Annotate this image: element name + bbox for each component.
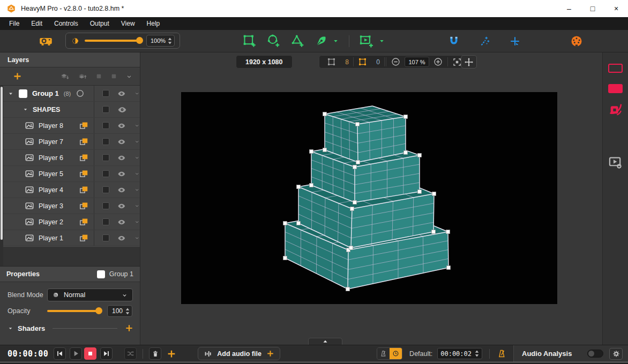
visibility-eye-icon[interactable] (117, 137, 126, 147)
snap-crosshair-icon[interactable] (509, 35, 521, 47)
layer-color-swatch[interactable] (102, 170, 109, 177)
layer-row-player[interactable]: Player 3 (3, 198, 140, 214)
opacity-slider[interactable] (47, 310, 101, 312)
layer-color-swatch[interactable] (102, 202, 109, 209)
menu-view[interactable]: View (115, 17, 141, 30)
chevron-down-icon[interactable] (134, 202, 140, 209)
rect-filled-tool-icon[interactable] (608, 84, 623, 93)
midi-icon[interactable] (570, 35, 583, 48)
zoom-level[interactable]: 107 % (405, 57, 429, 67)
maximize-button[interactable]: □ (581, 0, 604, 17)
add-layer-icon[interactable] (13, 72, 22, 81)
duplicate-icon[interactable] (79, 217, 89, 227)
zoom-in-icon[interactable] (433, 57, 443, 67)
chevron-down-icon[interactable] (125, 73, 133, 80)
shuffle-button[interactable] (124, 347, 137, 360)
visibility-eye-icon[interactable] (117, 89, 126, 98)
output-canvas[interactable] (181, 92, 557, 304)
opacity-value-box[interactable]: 100 (107, 305, 132, 317)
menu-controls[interactable]: Controls (48, 17, 84, 30)
expander-caret-icon[interactable] (8, 90, 14, 97)
window-resize-edge[interactable] (0, 362, 628, 364)
skip-end-button[interactable] (100, 347, 113, 360)
duplicate-icon[interactable] (79, 185, 89, 195)
stepper-arrows-icon[interactable] (475, 350, 479, 357)
layer-color-swatch[interactable] (102, 138, 109, 145)
layer-color-swatch[interactable] (102, 234, 109, 241)
add-sequence-icon[interactable] (167, 349, 176, 359)
pen-tool-icon[interactable] (315, 34, 328, 48)
layer-row-player[interactable]: Player 5 (3, 166, 140, 182)
selection-checkbox[interactable] (97, 270, 105, 278)
add-shader-icon[interactable] (125, 324, 133, 332)
layer-row-player[interactable]: Player 6 (3, 150, 140, 166)
metronome-icon[interactable] (497, 349, 506, 358)
minimize-button[interactable]: – (557, 0, 581, 17)
mapped-shapes-canvas[interactable] (181, 92, 557, 304)
timeline-expand-tab[interactable] (308, 338, 342, 345)
duplicate-icon[interactable] (79, 120, 89, 131)
group-checkbox[interactable] (19, 89, 27, 98)
audio-analysis-toggle[interactable] (587, 350, 603, 358)
layer-row-player[interactable]: Player 8 (3, 118, 140, 134)
delete-audio-button[interactable] (149, 347, 161, 360)
layer-row-shapes[interactable]: SHAPES (3, 102, 140, 118)
duplicate-icon[interactable] (79, 136, 89, 147)
visibility-eye-icon[interactable] (117, 121, 126, 131)
add-circle-icon[interactable] (266, 34, 281, 48)
layer-row-player[interactable]: Player 1 (3, 230, 140, 246)
layer-color-swatch[interactable] (102, 122, 109, 129)
expander-caret-icon[interactable] (23, 107, 28, 112)
tap-tempo-button[interactable] (377, 348, 390, 359)
audio-analysis-settings-button[interactable] (609, 348, 623, 360)
layers-scrollbar-thumb[interactable] (1, 87, 3, 240)
layer-row-group[interactable]: Group 1 (8) (3, 86, 140, 102)
visibility-eye-icon[interactable] (117, 201, 126, 211)
add-audio-file-button[interactable]: Add audio file (198, 347, 280, 360)
stepper-arrows-icon[interactable] (125, 308, 130, 315)
brightness-value-box[interactable]: 100% (146, 35, 175, 47)
clock-mode-button[interactable] (390, 348, 402, 359)
chevron-down-icon[interactable] (134, 186, 140, 193)
layer-row-player[interactable]: Player 2 (3, 214, 140, 230)
duplicate-icon[interactable] (79, 201, 89, 211)
visibility-eye-icon[interactable] (117, 233, 126, 243)
add-player-icon[interactable] (359, 34, 374, 49)
add-triangle-icon[interactable] (290, 34, 305, 48)
layer-color-swatch[interactable] (102, 218, 109, 225)
layers-scrollbar[interactable] (0, 86, 3, 266)
duplicate-icon[interactable] (79, 153, 89, 163)
chevron-down-icon[interactable] (134, 154, 140, 161)
chevron-down-icon[interactable] (134, 138, 140, 145)
pan-tool-button[interactable] (461, 55, 477, 69)
chevron-down-icon[interactable] (134, 234, 140, 241)
mask-icon[interactable] (76, 89, 85, 98)
layer-row-player[interactable]: Player 4 (3, 182, 140, 198)
solo-square-icon[interactable] (95, 73, 102, 80)
player-settings-icon[interactable] (608, 155, 623, 170)
visibility-eye-icon[interactable] (117, 153, 126, 163)
chevron-down-icon[interactable] (134, 90, 140, 97)
chevron-down-icon[interactable] (134, 122, 140, 129)
skip-start-button[interactable] (54, 347, 66, 360)
add-player-caret-icon[interactable] (378, 37, 385, 44)
menu-help[interactable]: Help (141, 17, 166, 30)
rect-outline-tool-icon[interactable] (608, 64, 623, 73)
stepper-arrows-icon[interactable] (168, 37, 172, 44)
brightness-slider[interactable] (85, 40, 141, 42)
visibility-eye-icon[interactable] (117, 185, 126, 195)
add-rectangle-icon[interactable] (242, 34, 257, 48)
zoom-out-icon[interactable] (391, 57, 401, 67)
menu-output[interactable]: Output (84, 17, 115, 30)
layer-color-swatch[interactable] (102, 106, 109, 113)
stop-button[interactable] (84, 347, 96, 360)
layer-forward-icon[interactable] (78, 72, 87, 81)
layer-color-swatch[interactable] (102, 186, 109, 193)
layer-backward-icon[interactable] (60, 72, 70, 81)
layer-color-swatch[interactable] (102, 154, 109, 161)
layer-color-swatch[interactable] (102, 90, 109, 97)
effects-icon[interactable] (608, 102, 623, 117)
layer-row-player[interactable]: Player 7 (3, 134, 140, 150)
visibility-eye-icon[interactable] (117, 169, 126, 179)
chevron-down-icon[interactable] (134, 170, 140, 177)
